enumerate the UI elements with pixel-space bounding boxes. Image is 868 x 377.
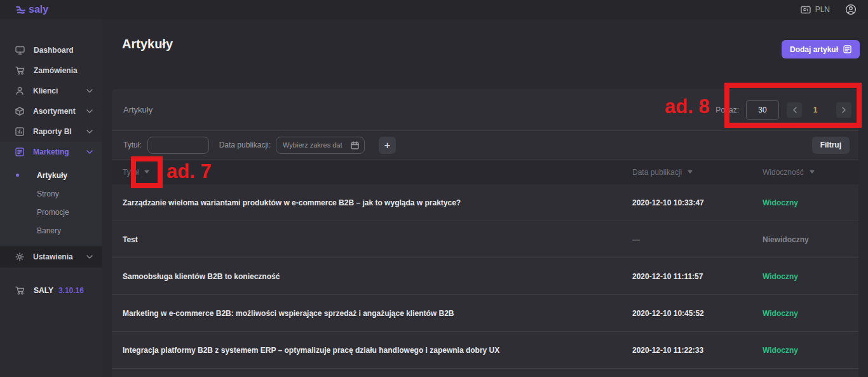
- sidebar-item-label: Marketing: [33, 147, 69, 156]
- page-title: Artykuły: [122, 37, 173, 51]
- box-icon: [15, 107, 24, 116]
- app-window: saly PLN Dashboard: [0, 0, 868, 377]
- publish-date: 2020-12-10 10:33:47: [632, 198, 763, 207]
- publish-date: 2020-12-10 11:22:33: [632, 346, 763, 355]
- column-label: Data publikacji: [632, 168, 682, 177]
- sidebar-item-klienci[interactable]: Klienci: [0, 81, 102, 101]
- visibility-status: Widoczny: [763, 346, 848, 355]
- topbar: saly PLN: [0, 0, 868, 19]
- submenu-item-label: Artykuły: [37, 171, 67, 180]
- table-row[interactable]: Zarządzanie wieloma wariantami produktów…: [112, 184, 858, 221]
- visibility-status: Niewidoczny: [763, 235, 848, 244]
- column-header-title: Tytuł: [123, 168, 632, 177]
- marketing-group: Marketing Artykuły Strony Promocje: [0, 142, 102, 246]
- title-filter-input[interactable]: [147, 137, 209, 154]
- sidebar-item-zamowienia[interactable]: Zamówienia: [0, 60, 102, 81]
- table-row[interactable]: Test — Niewidoczny: [112, 221, 858, 258]
- date-range-input[interactable]: [276, 137, 365, 154]
- table-row[interactable]: Samoobsługa klientów B2B to konieczność …: [112, 258, 858, 295]
- person-icon: [15, 86, 24, 95]
- currency-label: PLN: [815, 5, 830, 14]
- next-page-button[interactable]: [836, 102, 851, 118]
- articles-panel: Artykuły Pokaż: 1 Tytuł: Data publikacji…: [112, 89, 858, 377]
- logo-cart-icon: [15, 5, 26, 15]
- publish-date: 2020-12-10 11:11:57: [632, 272, 763, 281]
- submenu-item-label: Banery: [37, 226, 61, 235]
- sidebar-item-label: Zamówienia: [34, 66, 78, 75]
- sidebar-item-label: Dashboard: [34, 46, 74, 55]
- sort-icon-date[interactable]: [688, 170, 693, 174]
- pagination: Pokaż: 1: [715, 100, 851, 120]
- column-label: Tytuł: [123, 168, 139, 177]
- chevron-down-icon: [86, 255, 93, 259]
- main-content: Artykuły Dodaj artykuł Artykuły Pokaż: 1: [102, 19, 868, 377]
- column-header-date: Data publikacji: [632, 168, 763, 177]
- cart-icon: [15, 286, 25, 295]
- sidebar-item-label: Raporty BI: [33, 127, 72, 136]
- prev-page-button[interactable]: [787, 102, 802, 118]
- article-title: Integracja platformy B2B z systemem ERP …: [123, 346, 632, 355]
- submenu-item-strony[interactable]: Strony: [0, 184, 102, 203]
- sidebar-item-asortyment[interactable]: Asortyment: [0, 101, 102, 121]
- panel-title: Artykuły: [123, 105, 153, 114]
- banknote-icon: [801, 6, 811, 14]
- filter-submit-button[interactable]: Filtruj: [812, 137, 850, 154]
- column-header-visibility: Widoczność: [763, 168, 848, 177]
- show-label: Pokaż:: [715, 106, 739, 114]
- sort-icon-visibility[interactable]: [810, 170, 815, 174]
- gear-icon: [15, 252, 24, 261]
- add-article-label: Dodaj artykuł: [790, 45, 838, 54]
- current-page-number: 1: [806, 106, 825, 114]
- logo-text: saly: [29, 4, 48, 15]
- chevron-down-icon: [86, 130, 93, 134]
- megaphone-icon: [15, 147, 24, 156]
- add-article-button[interactable]: Dodaj artykuł: [782, 40, 860, 58]
- table-row[interactable]: Marketing w e-commerce B2B: możliwości w…: [112, 295, 858, 332]
- page-size-input[interactable]: [746, 100, 779, 120]
- sidebar-item-raporty-bi[interactable]: Raporty BI: [0, 121, 102, 142]
- sort-icon-title[interactable]: [144, 170, 149, 174]
- cart-icon: [15, 66, 25, 75]
- sidebar-item-dashboard[interactable]: Dashboard: [0, 40, 102, 60]
- article-title: Marketing w e-commerce B2B: możliwości w…: [123, 309, 632, 318]
- table-row[interactable]: Integracja platformy B2B z systemem ERP …: [112, 332, 858, 369]
- app-name: SALY: [34, 286, 53, 295]
- sidebar-divider: [0, 268, 102, 268]
- submenu-item-banery[interactable]: Banery: [0, 221, 102, 240]
- submenu-item-label: Promocje: [37, 208, 69, 217]
- sidebar-nav: Dashboard Zamówienia Klienci: [0, 19, 102, 295]
- publish-date: 2020-12-10 10:45:52: [632, 309, 763, 318]
- sidebar-item-marketing[interactable]: Marketing: [0, 142, 102, 162]
- article-title: Zarządzanie wieloma wariantami produktów…: [123, 198, 632, 207]
- table-header: Tytuł Data publikacji Widoczność: [112, 159, 858, 184]
- chevron-down-icon: [86, 109, 93, 113]
- date-filter-label: Data publikacji:: [219, 141, 271, 149]
- date-filter-wrap: [276, 137, 365, 154]
- visibility-status: Widoczny: [763, 272, 848, 281]
- sidebar-item-label: Ustawienia: [33, 252, 73, 261]
- app-logo[interactable]: saly: [15, 4, 48, 15]
- submenu-item-artykuly[interactable]: Artykuły: [0, 166, 102, 184]
- sidebar-item-label: Klienci: [33, 86, 58, 95]
- report-icon: [15, 127, 24, 136]
- column-label: Widoczność: [763, 168, 804, 177]
- sidebar-footer: SALY 3.10.16: [0, 286, 102, 295]
- filter-bar: Tytuł: Data publikacji: + Filtruj: [112, 130, 858, 159]
- visibility-status: Widoczny: [763, 309, 848, 318]
- add-filter-button[interactable]: +: [379, 137, 396, 154]
- chevron-down-icon: [86, 89, 93, 93]
- currency-selector[interactable]: PLN: [801, 5, 830, 14]
- app-version: 3.10.16: [58, 286, 84, 295]
- sidebar-item-ustawienia[interactable]: Ustawienia: [0, 246, 102, 268]
- article-title: Test: [123, 235, 632, 244]
- sidebar: Dashboard Zamówienia Klienci: [0, 19, 102, 377]
- topbar-right: PLN: [801, 4, 857, 15]
- submenu-item-promocje[interactable]: Promocje: [0, 203, 102, 221]
- monitor-icon: [15, 46, 25, 55]
- user-menu[interactable]: [845, 4, 857, 15]
- chevron-down-icon: [86, 150, 93, 154]
- panel-header: Artykuły Pokaż: 1: [112, 89, 858, 130]
- marketing-submenu: Artykuły Strony Promocje Banery: [0, 162, 102, 246]
- article-icon: [843, 45, 851, 53]
- title-filter-label: Tytuł:: [123, 141, 142, 149]
